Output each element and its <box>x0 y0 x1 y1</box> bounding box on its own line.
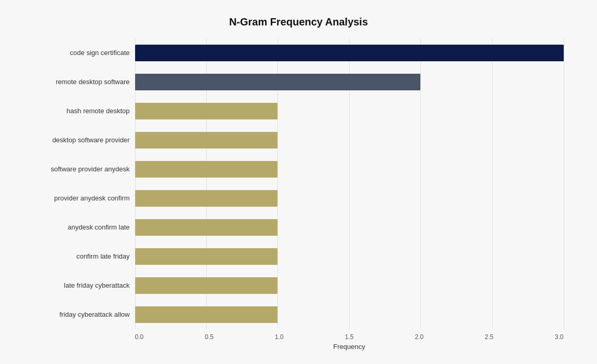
y-label: provider anydesk confirm <box>34 185 130 211</box>
bar <box>135 132 278 149</box>
bar-row <box>135 71 564 93</box>
plot-area <box>135 38 564 329</box>
x-tick: 1.0 <box>275 333 284 341</box>
x-tick: 0.5 <box>205 333 214 341</box>
x-tick: 0.0 <box>135 333 144 341</box>
bar <box>135 306 278 323</box>
bar <box>135 190 278 207</box>
y-label: confirm late friday <box>34 244 130 269</box>
bar <box>135 103 278 119</box>
bar <box>135 219 278 236</box>
bar <box>135 248 278 265</box>
chart-area: code sign certificateremote desktop soft… <box>34 38 564 329</box>
chart-container: N-Gram Frequency Analysis code sign cert… <box>13 6 585 359</box>
grid-line <box>564 38 564 329</box>
bar-row <box>135 129 564 151</box>
bar-row <box>135 100 564 122</box>
bar <box>135 161 278 178</box>
chart-title: N-Gram Frequency Analysis <box>34 16 564 28</box>
y-label: friday cyberattack allow <box>34 302 130 328</box>
y-label: software provider anydesk <box>34 156 130 182</box>
x-tick: 2.0 <box>415 333 423 341</box>
bar-row <box>135 246 564 267</box>
x-tick: 3.0 <box>555 333 564 341</box>
x-tick: 1.5 <box>345 333 354 341</box>
y-label: code sign certificate <box>34 40 130 66</box>
y-label: remote desktop software <box>34 69 130 95</box>
bar <box>135 45 564 61</box>
y-axis: code sign certificateremote desktop soft… <box>34 38 135 329</box>
bar-row <box>135 275 564 296</box>
x-tick-container: 0.00.51.01.52.02.53.0 <box>135 333 564 341</box>
bar <box>135 277 278 294</box>
x-axis: 0.00.51.01.52.02.53.0 <box>34 333 564 341</box>
bar-row <box>135 42 564 64</box>
y-label: late friday cyberattack <box>34 273 130 299</box>
bar-row <box>135 158 564 180</box>
y-label: hash remote desktop <box>34 98 130 124</box>
y-label: desktop software provider <box>34 127 130 153</box>
x-tick: 2.5 <box>485 333 494 341</box>
bar-row <box>135 217 564 238</box>
y-label: anydesk confirm late <box>34 214 130 240</box>
bar-row <box>135 304 564 326</box>
bar-row <box>135 187 564 209</box>
x-axis-label: Frequency <box>34 343 564 350</box>
bar <box>135 74 421 90</box>
